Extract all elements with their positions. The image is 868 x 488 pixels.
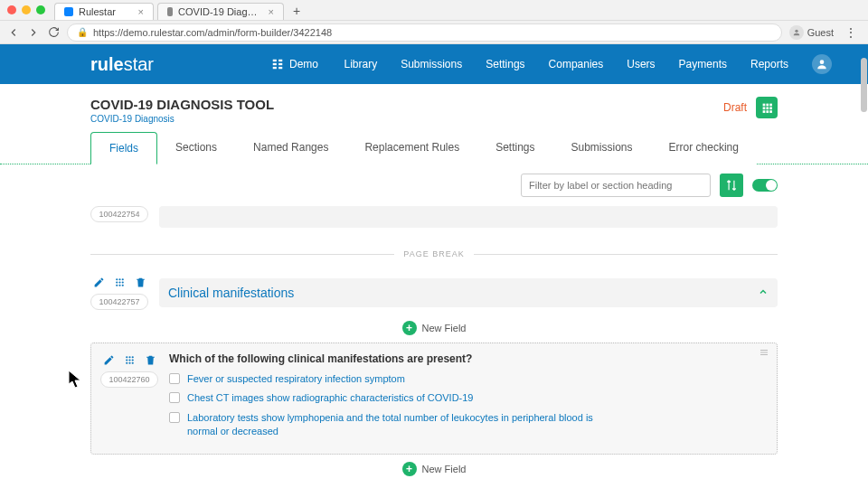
plus-icon: +: [402, 462, 417, 476]
sort-button[interactable]: [720, 174, 743, 197]
checkbox[interactable]: [169, 412, 180, 423]
logo-text-b: star: [124, 54, 154, 74]
filter-input[interactable]: [521, 174, 711, 197]
tab-fields[interactable]: Fields: [90, 132, 157, 164]
field-body-placeholder[interactable]: [159, 206, 778, 228]
page-title: COVID-19 DIAGNOSIS TOOL: [90, 97, 274, 112]
toggle-knob: [766, 180, 777, 191]
svg-point-20: [116, 281, 118, 283]
svg-rect-27: [760, 352, 768, 353]
window-controls: [0, 0, 52, 14]
back-button[interactable]: [7, 26, 20, 39]
svg-rect-12: [766, 107, 769, 109]
status-badge: Draft: [723, 101, 747, 114]
svg-point-24: [118, 285, 120, 286]
window-min-dot[interactable]: [22, 5, 31, 14]
menu-button[interactable]: ⋮: [841, 25, 861, 40]
tab-title: COVID-19 Diagnosis Flowchart: [178, 6, 262, 17]
nav-users[interactable]: Users: [627, 58, 655, 70]
view-toggle[interactable]: [752, 179, 778, 192]
grid-view-button[interactable]: [756, 97, 778, 118]
drag-icon: [759, 347, 769, 358]
svg-point-0: [795, 29, 797, 32]
nav-library[interactable]: Library: [344, 58, 377, 70]
new-field-button[interactable]: + New Field: [90, 455, 778, 483]
page-break-divider: PAGE BREAK: [90, 249, 778, 258]
profile-button[interactable]: Guest: [789, 25, 834, 40]
toolbar: [90, 164, 778, 206]
question-title: Which of the following clinical manifest…: [169, 352, 768, 365]
nav-companies[interactable]: Companies: [549, 58, 604, 70]
plus-icon: +: [402, 321, 417, 335]
move-button[interactable]: [114, 277, 126, 288]
window-close-dot[interactable]: [7, 5, 16, 14]
svg-point-31: [131, 356, 133, 358]
grip-icon: [124, 354, 136, 366]
page-content: COVID-19 DIAGNOSIS TOOL COVID-19 Diagnos…: [0, 84, 868, 488]
nav-submissions[interactable]: Submissions: [401, 58, 462, 70]
scrollbar-thumb[interactable]: [861, 58, 867, 112]
question-option[interactable]: Chest CT images show radiographic charac…: [169, 391, 768, 405]
page-subtitle[interactable]: COVID-19 Diagnosis: [90, 114, 274, 124]
move-button[interactable]: [124, 354, 136, 366]
tab-submissions[interactable]: Submissions: [553, 132, 651, 164]
scrollbar[interactable]: [860, 43, 868, 488]
user-menu[interactable]: [812, 54, 832, 74]
browser-chrome: Rulestar × COVID-19 Diagnosis Flowchart …: [0, 0, 868, 44]
section-id-badge: 100422757: [90, 294, 148, 310]
checkbox[interactable]: [169, 373, 180, 384]
avatar-icon: [789, 25, 804, 40]
svg-rect-26: [760, 350, 768, 351]
option-label: Chest CT images show radiographic charac…: [187, 391, 473, 405]
field-id-badge: 100422754: [90, 206, 147, 222]
logo-text-a: rule: [90, 54, 124, 74]
new-tab-button[interactable]: +: [288, 2, 306, 20]
edit-button[interactable]: [93, 277, 105, 288]
field-row: 100422754: [90, 206, 778, 228]
tab-title: Rulestar: [79, 6, 116, 17]
trash-icon: [145, 354, 156, 366]
close-icon[interactable]: ×: [269, 6, 274, 17]
tab-sections[interactable]: Sections: [157, 132, 235, 164]
address-bar[interactable]: 🔒 https://demo.rulestar.com/admin/form-b…: [67, 23, 782, 42]
new-field-button[interactable]: + New Field: [90, 314, 778, 343]
tab-replacement-rules[interactable]: Replacement Rules: [346, 132, 477, 164]
svg-rect-1: [273, 60, 277, 61]
delete-button[interactable]: [135, 277, 146, 288]
demo-selector[interactable]: Demo: [271, 58, 318, 70]
nav-reports[interactable]: Reports: [750, 58, 788, 70]
main-nav: Library Submissions Settings Companies U…: [344, 54, 832, 74]
window-max-dot[interactable]: [36, 5, 45, 14]
tab-named-ranges[interactable]: Named Ranges: [235, 132, 346, 164]
app-header: rulestar Demo Library Submissions Settin…: [0, 44, 868, 84]
nav-settings[interactable]: Settings: [486, 58, 524, 70]
svg-point-25: [121, 285, 123, 286]
svg-rect-13: [769, 107, 772, 109]
svg-rect-28: [760, 354, 768, 355]
browser-tab-covid-flowchart[interactable]: COVID-19 Diagnosis Flowchart ×: [157, 3, 284, 20]
svg-rect-2: [278, 60, 282, 61]
tab-settings[interactable]: Settings: [477, 132, 552, 164]
delete-button[interactable]: [145, 354, 156, 366]
svg-rect-15: [766, 110, 769, 113]
question-option[interactable]: Fever or suspected respiratory infection…: [169, 372, 768, 386]
question-block[interactable]: 100422760 Which of the following clinica…: [90, 343, 778, 455]
checkbox[interactable]: [169, 392, 180, 403]
nav-payments[interactable]: Payments: [679, 58, 727, 70]
logo[interactable]: rulestar: [90, 54, 154, 75]
pencil-icon: [103, 354, 115, 366]
option-label: Laboratory tests show lymphopenia and th…: [187, 411, 603, 439]
question-option[interactable]: Laboratory tests show lymphopenia and th…: [169, 411, 603, 439]
close-icon[interactable]: ×: [138, 6, 144, 17]
reload-button[interactable]: [47, 26, 60, 39]
collapse-button[interactable]: [758, 286, 769, 299]
address-bar-row: 🔒 https://demo.rulestar.com/admin/form-b…: [0, 20, 868, 43]
new-field-label: New Field: [422, 323, 467, 333]
forward-button[interactable]: [27, 26, 40, 39]
drag-handle[interactable]: [759, 347, 769, 361]
tab-error-checking[interactable]: Error checking: [651, 132, 757, 164]
browser-tab-rulestar[interactable]: Rulestar ×: [54, 3, 154, 20]
svg-point-30: [128, 356, 130, 358]
section-header[interactable]: Clinical manifestations: [159, 278, 778, 307]
edit-button[interactable]: [103, 354, 115, 366]
